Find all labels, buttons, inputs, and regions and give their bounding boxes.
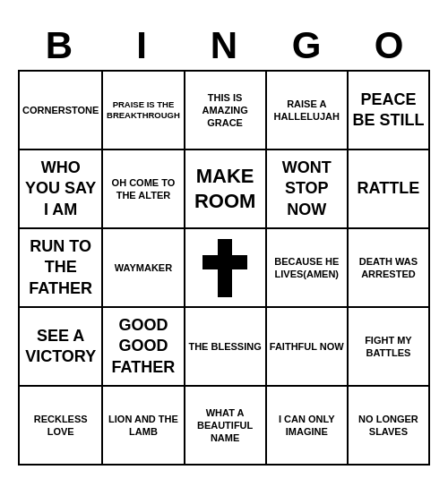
- bingo-header-letter: B: [18, 21, 100, 70]
- bingo-cell: BECAUSE HE LIVES(AMEN): [267, 229, 349, 308]
- bingo-cell: PRAISE IS THE BREAKTHROUGH: [103, 72, 185, 150]
- bingo-header-letter: G: [265, 21, 348, 70]
- bingo-header-letter: O: [348, 21, 430, 70]
- bingo-cell: FAITHFUL NOW: [267, 308, 349, 387]
- cell-label: WHO YOU SAY I AM: [22, 158, 99, 220]
- bingo-cell: THE BLESSING: [185, 308, 267, 387]
- bingo-cell: RAISE A HALLELUJAH: [267, 72, 349, 150]
- bingo-cell: WAYMAKER: [103, 229, 185, 308]
- cell-label: NO LONGER SLAVES: [351, 413, 426, 439]
- bingo-cell: WONT STOP NOW: [267, 150, 349, 229]
- cell-label: WONT STOP NOW: [270, 158, 344, 220]
- bingo-cell: OH COME TO THE ALTER: [103, 150, 185, 229]
- cell-label: WHAT A BEAUTIFUL NAME: [188, 406, 263, 445]
- bingo-cell: CORNERSTONE: [20, 72, 103, 150]
- cell-label: GOOD GOOD FATHER: [106, 315, 180, 378]
- bingo-cell: WHO YOU SAY I AM: [20, 150, 103, 229]
- bingo-header: BINGO: [18, 21, 430, 70]
- bingo-cell: MAKE ROOM: [185, 150, 267, 229]
- bingo-cell: FIGHT MY BATTLES: [349, 308, 430, 387]
- cell-label: OH COME TO THE ALTER: [106, 176, 180, 202]
- cell-label: THE BLESSING: [188, 340, 261, 353]
- cell-label: PRAISE IS THE BREAKTHROUGH: [106, 99, 180, 122]
- cell-label: RAISE A HALLELUJAH: [270, 98, 344, 124]
- bingo-cell: RUN TO THE FATHER: [20, 229, 103, 308]
- bingo-cell: PEACE BE STILL: [349, 72, 430, 150]
- bingo-header-letter: I: [100, 21, 183, 70]
- cross-icon: [202, 239, 247, 297]
- bingo-cell: RATTLE: [349, 150, 430, 229]
- cell-label: PEACE BE STILL: [351, 90, 426, 132]
- bingo-cell: WHAT A BEAUTIFUL NAME: [185, 387, 267, 466]
- cell-label: RECKLESS LOVE: [22, 413, 99, 439]
- bingo-cell: DEATH WAS ARRESTED: [349, 229, 430, 308]
- bingo-grid: CORNERSTONEPRAISE IS THE BREAKTHROUGHTHI…: [18, 70, 430, 466]
- cell-label: SEE A VICTORY: [22, 326, 99, 368]
- cell-label: DEATH WAS ARRESTED: [351, 255, 426, 281]
- cell-label: CORNERSTONE: [22, 104, 99, 116]
- cell-label: FIGHT MY BATTLES: [351, 334, 426, 360]
- bingo-cell: I CAN ONLY IMAGINE: [267, 387, 349, 466]
- cell-label: BECAUSE HE LIVES(AMEN): [270, 255, 344, 281]
- cell-label: MAKE ROOM: [188, 164, 263, 215]
- cell-label: THIS IS AMAZING GRACE: [188, 91, 263, 130]
- bingo-cell: [185, 229, 267, 308]
- bingo-cell: NO LONGER SLAVES: [349, 387, 430, 466]
- bingo-cell: GOOD GOOD FATHER: [103, 308, 185, 387]
- bingo-cell: RECKLESS LOVE: [20, 387, 103, 466]
- cell-label: WAYMAKER: [115, 261, 172, 274]
- cell-label: RATTLE: [358, 178, 420, 199]
- cell-label: FAITHFUL NOW: [270, 340, 344, 353]
- bingo-cell: LION AND THE LAMB: [103, 387, 185, 466]
- bingo-header-letter: N: [183, 21, 265, 70]
- bingo-card: BINGO CORNERSTONEPRAISE IS THE BREAKTHRO…: [9, 13, 439, 474]
- bingo-cell: THIS IS AMAZING GRACE: [185, 72, 267, 150]
- cell-label: RUN TO THE FATHER: [22, 236, 99, 299]
- cell-label: I CAN ONLY IMAGINE: [270, 413, 344, 439]
- bingo-cell: SEE A VICTORY: [20, 308, 103, 387]
- cell-label: LION AND THE LAMB: [106, 413, 180, 439]
